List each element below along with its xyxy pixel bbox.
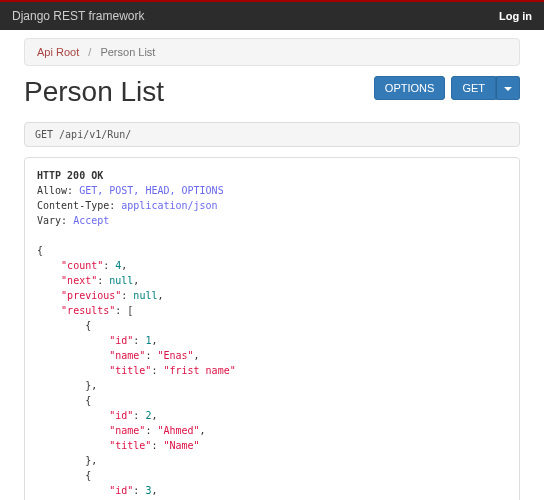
ctype-header-val: application/json — [121, 200, 217, 211]
vary-header-val: Accept — [73, 215, 109, 226]
allow-header-val: GET, POST, HEAD, OPTIONS — [79, 185, 224, 196]
topbar: Django REST framework Log in — [0, 0, 544, 30]
ctype-header-key: Content-Type: — [37, 200, 115, 211]
get-button[interactable]: GET — [451, 76, 496, 100]
brand-title[interactable]: Django REST framework — [12, 9, 145, 23]
allow-header-key: Allow: — [37, 185, 73, 196]
action-buttons: OPTIONS GET — [374, 76, 520, 100]
breadcrumb-current: Person List — [100, 46, 155, 58]
breadcrumb-separator: / — [88, 46, 91, 58]
response-json-body: { "count": 4, "next": null, "previous": … — [37, 245, 236, 500]
options-button[interactable]: OPTIONS — [374, 76, 446, 100]
response-status: HTTP 200 OK — [37, 170, 103, 181]
response-box: HTTP 200 OK Allow: GET, POST, HEAD, OPTI… — [24, 157, 520, 500]
page-title: Person List — [24, 76, 164, 108]
login-link[interactable]: Log in — [499, 10, 532, 22]
caret-down-icon — [504, 87, 512, 91]
get-dropdown-toggle[interactable] — [496, 76, 520, 100]
breadcrumb: Api Root / Person List — [24, 38, 520, 66]
vary-header-key: Vary: — [37, 215, 67, 226]
request-line: GET /api/v1/Run/ — [24, 122, 520, 147]
breadcrumb-root-link[interactable]: Api Root — [37, 46, 79, 58]
